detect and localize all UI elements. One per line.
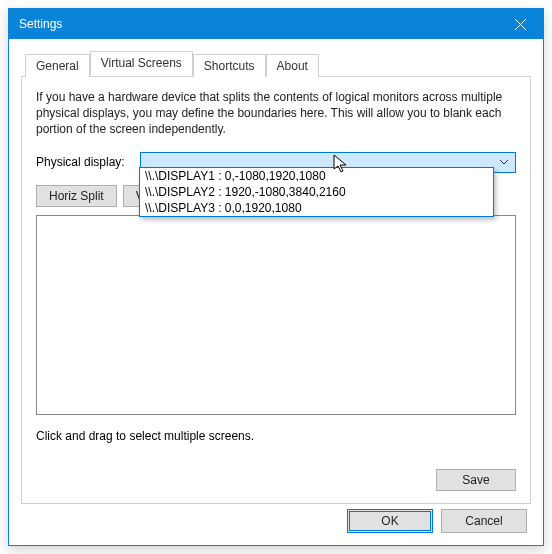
save-row: Save — [436, 469, 516, 491]
display-option-3[interactable]: \\.\DISPLAY3 : 0,0,1920,1080 — [140, 200, 493, 216]
cancel-button[interactable]: Cancel — [441, 509, 527, 533]
display-option-2[interactable]: \\.\DISPLAY2 : 1920,-1080,3840,2160 — [140, 184, 493, 200]
physical-display-dropdown[interactable]: \\.\DISPLAY1 : 0,-1080,1920,1080 \\.\DIS… — [139, 167, 494, 217]
tab-shortcuts[interactable]: Shortcuts — [193, 54, 266, 77]
tab-panel-virtual-screens: If you have a hardware device that split… — [21, 76, 531, 504]
close-button[interactable] — [497, 9, 543, 39]
client-area: General Virtual Screens Shortcuts About … — [9, 39, 543, 545]
tab-general[interactable]: General — [25, 54, 90, 77]
display-option-1[interactable]: \\.\DISPLAY1 : 0,-1080,1920,1080 — [140, 168, 493, 184]
panel-description: If you have a hardware device that split… — [36, 89, 516, 138]
dialog-buttons: OK Cancel — [347, 509, 527, 533]
tab-virtual-screens[interactable]: Virtual Screens — [90, 51, 193, 76]
chevron-down-icon — [499, 156, 511, 168]
tab-strip: General Virtual Screens Shortcuts About — [25, 51, 531, 76]
save-button[interactable]: Save — [436, 469, 516, 491]
physical-display-label: Physical display: — [36, 155, 140, 169]
ok-button[interactable]: OK — [347, 509, 433, 533]
tab-about[interactable]: About — [266, 54, 319, 77]
selection-hint: Click and drag to select multiple screen… — [36, 429, 516, 443]
window-title: Settings — [19, 17, 497, 31]
titlebar: Settings — [9, 9, 543, 39]
close-icon — [515, 19, 526, 30]
horiz-split-button[interactable]: Horiz Split — [36, 185, 117, 207]
settings-window: Settings General Virtual Screens Shortcu… — [8, 8, 544, 546]
screen-selection-canvas[interactable] — [36, 215, 516, 415]
